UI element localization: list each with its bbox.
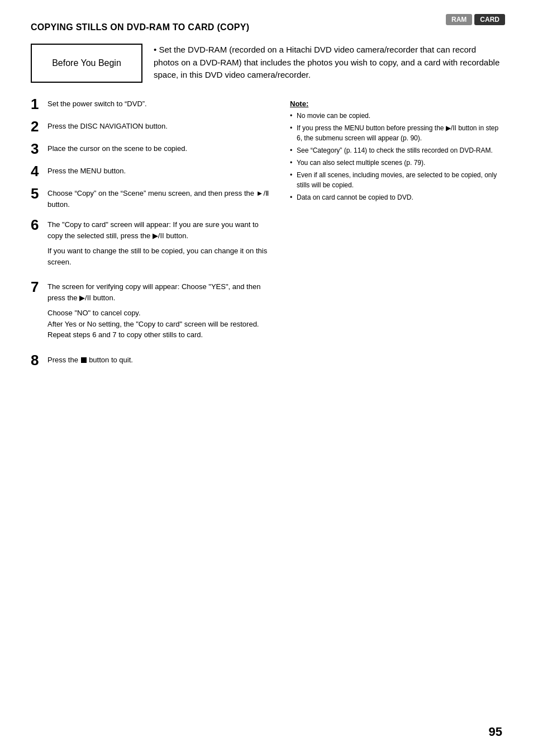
step-1-text: Set the power switch to “DVD”. <box>47 100 147 108</box>
badge-card: CARD <box>474 14 505 25</box>
note-list: No movie can be copied. If you press the… <box>290 111 502 202</box>
step-8: 8 Press the button to quit. <box>31 353 273 367</box>
step-7-text-2: Choose "NO" to cancel copy.After Yes or … <box>47 308 273 341</box>
step-4-content: Press the MENU button. <box>47 164 273 177</box>
step-1-content: Set the power switch to “DVD”. <box>47 97 273 110</box>
page: RAM CARD COPYING STILLS ON DVD-RAM TO CA… <box>0 0 533 756</box>
step-1-number: 1 <box>31 97 47 111</box>
steps-column: 1 Set the power switch to “DVD”. 2 Press… <box>31 97 273 375</box>
note-item-5: Even if all scenes, including movies, ar… <box>290 170 502 190</box>
note-item-3: See “Category” (p. 114) to check the sti… <box>290 145 502 155</box>
step-3-content: Place the cursor on the scene to be copi… <box>47 141 273 154</box>
step-5: 5 Choose “Copy” on the “Scene” menu scre… <box>31 186 273 210</box>
step-4: 4 Press the MENU button. <box>31 164 273 178</box>
step-2: 2 Press the DISC NAVIGATION button. <box>31 119 273 134</box>
step-2-text: Press the DISC NAVIGATION button. <box>47 122 168 130</box>
step-3-number: 3 <box>31 141 47 156</box>
step-6: 6 The "Copy to card" screen will appear:… <box>31 218 273 272</box>
page-number: 95 <box>489 725 502 739</box>
step-3-text: Place the cursor on the scene to be copi… <box>47 144 187 153</box>
page-title: COPYING STILLS ON DVD-RAM TO CARD (COPY) <box>31 22 502 32</box>
step-5-content: Choose “Copy” on the “Scene” menu screen… <box>47 186 273 210</box>
step-2-content: Press the DISC NAVIGATION button. <box>47 119 273 132</box>
note-item-4: You can also select multiple scenes (p. … <box>290 158 502 168</box>
step-1: 1 Set the power switch to “DVD”. <box>31 97 273 111</box>
step-5-number: 5 <box>31 186 47 201</box>
step-3: 3 Place the cursor on the scene to be co… <box>31 141 273 156</box>
step-8-content: Press the button to quit. <box>47 353 273 366</box>
step-5-text: Choose “Copy” on the “Scene” menu screen… <box>47 189 269 209</box>
step-2-number: 2 <box>31 119 47 134</box>
step-6-number: 6 <box>31 218 47 232</box>
step-7-text-1: The screen for verifying copy will appea… <box>47 281 273 303</box>
step-7-number: 7 <box>31 280 47 294</box>
step-6-content: The "Copy to card" screen will appear: I… <box>47 218 273 272</box>
step-4-number: 4 <box>31 164 47 178</box>
before-begin-description: • Set the DVD-RAM (recorded on a Hitachi… <box>154 44 502 82</box>
badge-ram: RAM <box>446 14 472 25</box>
steps-notes-container: 1 Set the power switch to “DVD”. 2 Press… <box>31 97 502 375</box>
note-section: Note: No movie can be copied. If you pre… <box>290 100 502 202</box>
before-begin-label: Before You Begin <box>52 58 121 68</box>
note-item-6: Data on card cannot be copied to DVD. <box>290 192 502 202</box>
step-6-text-2: If you want to change the still to be co… <box>47 245 273 267</box>
step-6-text-1: The "Copy to card" screen will appear: I… <box>47 219 273 241</box>
before-begin-desc-text: Set the DVD-RAM (recorded on a Hitachi D… <box>154 45 499 79</box>
badge-container: RAM CARD <box>446 14 505 25</box>
notes-column: Note: No movie can be copied. If you pre… <box>290 97 502 205</box>
note-title: Note: <box>290 100 502 108</box>
note-item-1: No movie can be copied. <box>290 111 502 121</box>
before-begin-box: Before You Begin <box>31 44 142 83</box>
before-begin-section: Before You Begin • Set the DVD-RAM (reco… <box>31 44 502 83</box>
step-4-text: Press the MENU button. <box>47 167 126 175</box>
stop-icon <box>81 357 87 363</box>
note-item-2: If you press the MENU button before pres… <box>290 123 502 143</box>
step-7-content: The screen for verifying copy will appea… <box>47 280 273 345</box>
step-8-number: 8 <box>31 353 47 367</box>
step-7: 7 The screen for verifying copy will app… <box>31 280 273 345</box>
